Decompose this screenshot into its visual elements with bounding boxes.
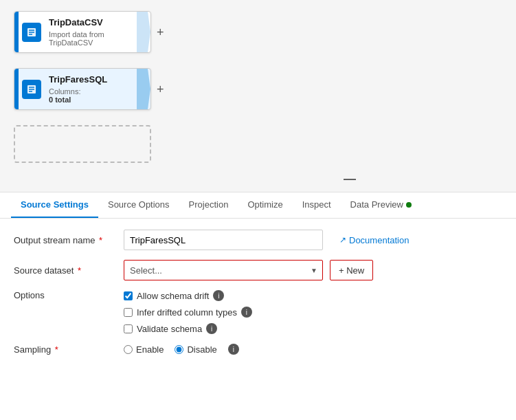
empty-node-placeholder <box>14 125 151 163</box>
tab-optimize[interactable]: Optimize <box>238 192 292 218</box>
required-star-1: * <box>97 235 103 245</box>
sampling-row: Sampling * Enable Disable i <box>14 344 502 355</box>
options-row: Options Allow schema drift i Infer drift… <box>14 290 502 334</box>
infer-drifted-label: Infer drifted column types <box>137 307 237 318</box>
tab-source-settings[interactable]: Source Settings <box>11 192 98 218</box>
tab-data-preview-label: Data Preview <box>350 199 403 210</box>
output-stream-label: Output stream name * <box>14 235 124 245</box>
external-link-icon: ↗ <box>339 235 346 245</box>
node-subtitle-tripfaressql: Columns: 0 total <box>49 87 133 104</box>
documentation-link[interactable]: ↗ Documentation <box>339 235 409 245</box>
infer-drifted-info-icon[interactable]: i <box>241 307 252 318</box>
doc-link-label: Documentation <box>349 235 409 245</box>
source-dataset-row: Source dataset * Select... ▼ + New <box>14 260 502 280</box>
required-star-2: * <box>75 265 81 276</box>
tab-inspect[interactable]: Inspect <box>293 192 341 218</box>
node-tripdatacsv[interactable]: TripDataCSV Import data from TripDataCSV <box>14 11 151 53</box>
sampling-enable-text: Enable <box>136 344 164 355</box>
add-node-btn-2[interactable]: + <box>157 82 164 97</box>
source-dataset-select-wrapper: Select... ▼ <box>124 260 323 280</box>
options-label: Options <box>14 290 124 300</box>
tabs-bar: Source Settings Source Options Projectio… <box>0 192 516 219</box>
sampling-disable-label[interactable]: Disable <box>175 344 216 355</box>
node-title-tripdatacsv: TripDataCSV <box>49 17 133 27</box>
sampling-enable-radio[interactable] <box>124 345 133 354</box>
required-star-3: * <box>52 344 58 355</box>
data-preview-status-dot <box>406 202 412 208</box>
options-column: Allow schema drift i Infer drifted colum… <box>124 290 252 334</box>
source-dataset-label: Source dataset * <box>14 265 124 276</box>
tab-projection[interactable]: Projection <box>179 192 238 218</box>
sampling-disable-radio[interactable] <box>175 345 183 354</box>
infer-drifted-row: Infer drifted column types i <box>124 307 252 318</box>
node-icon-box-2 <box>22 80 41 99</box>
node-icon-area <box>19 12 45 52</box>
allow-schema-drift-info-icon[interactable]: i <box>213 290 224 301</box>
tab-source-options[interactable]: Source Options <box>98 192 179 218</box>
node-icon-area-2 <box>19 69 45 109</box>
sql-source-icon <box>26 84 37 95</box>
validate-schema-checkbox[interactable] <box>124 324 133 333</box>
new-dataset-button[interactable]: + New <box>330 260 373 280</box>
node-title-tripfaressql: TripFaresSQL <box>49 74 133 85</box>
infer-drifted-checkbox[interactable] <box>124 308 133 317</box>
node-row-tripdatacsv: TripDataCSV Import data from TripDataCSV… <box>14 11 502 61</box>
node-icon-box <box>22 23 41 42</box>
output-stream-name-input[interactable] <box>124 230 323 250</box>
output-stream-row: Output stream name * ↗ Documentation <box>14 230 502 250</box>
source-dataset-select[interactable]: Select... <box>124 260 323 280</box>
validate-schema-label: Validate schema <box>137 324 202 334</box>
allow-schema-drift-checkbox[interactable] <box>124 291 133 300</box>
columns-label: Columns: <box>49 87 80 96</box>
sampling-label: Sampling * <box>14 344 124 355</box>
allow-schema-drift-label: Allow schema drift <box>137 291 209 301</box>
node-row-tripfaressql: TripFaresSQL Columns: 0 total + <box>14 68 502 118</box>
sampling-enable-label[interactable]: Enable <box>124 344 164 355</box>
columns-value: 0 total <box>49 96 71 104</box>
node-tripfaressql[interactable]: TripFaresSQL Columns: 0 total <box>14 68 151 110</box>
settings-panel: Output stream name * ↗ Documentation Sou… <box>0 219 516 375</box>
node-arrow <box>137 12 150 52</box>
node-subtitle-tripdatacsv: Import data from TripDataCSV <box>49 30 133 47</box>
node-content: TripDataCSV Import data from TripDataCSV <box>45 12 137 52</box>
validate-schema-info-icon[interactable]: i <box>206 323 217 334</box>
sampling-options: Enable Disable i <box>124 344 239 355</box>
source-icon <box>26 27 37 38</box>
node-arrow-2 <box>137 69 150 109</box>
tab-data-preview[interactable]: Data Preview <box>341 192 421 218</box>
allow-schema-drift-row: Allow schema drift i <box>124 290 252 301</box>
collapse-btn[interactable]: — <box>344 172 356 186</box>
sampling-info-icon[interactable]: i <box>228 344 239 355</box>
canvas-area: TripDataCSV Import data from TripDataCSV… <box>0 0 516 192</box>
sampling-disable-text: Disable <box>187 344 216 355</box>
node-content-2: TripFaresSQL Columns: 0 total <box>45 69 137 109</box>
add-node-btn-1[interactable]: + <box>157 25 164 40</box>
validate-schema-row: Validate schema i <box>124 323 252 334</box>
